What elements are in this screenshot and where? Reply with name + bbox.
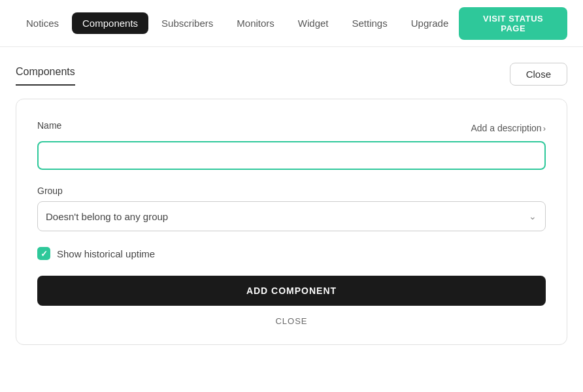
visit-status-button[interactable]: VISIT STATUS PAGE (459, 7, 567, 40)
checkbox-row: ✓ Show historical uptime (37, 247, 546, 260)
add-description-link[interactable]: Add a description › (471, 123, 546, 133)
group-section: Group Doesn't belong to any group ⌄ (37, 186, 546, 231)
group-select[interactable]: Doesn't belong to any group (37, 201, 546, 231)
checkbox-label: Show historical uptime (57, 248, 155, 259)
nav-item-monitors[interactable]: Monitors (226, 12, 285, 34)
form-card: Name Add a description › Group Doesn't b… (16, 99, 567, 345)
nav-items: Notices Components Subscribers Monitors … (16, 12, 459, 34)
chevron-right-icon: › (543, 123, 546, 133)
tab-header: Components Close (16, 63, 567, 86)
close-button[interactable]: Close (510, 63, 567, 86)
nav-item-widget[interactable]: Widget (288, 12, 339, 34)
nav-item-upgrade[interactable]: Upgrade (401, 12, 459, 34)
nav-item-settings[interactable]: Settings (342, 12, 398, 34)
page-content: Components Close Name Add a description … (0, 47, 583, 361)
group-select-wrapper: Doesn't belong to any group ⌄ (37, 201, 546, 231)
nav-item-subscribers[interactable]: Subscribers (151, 12, 224, 34)
show-historical-uptime-checkbox[interactable]: ✓ (37, 247, 50, 260)
name-label: Name (37, 120, 61, 131)
nav-item-components[interactable]: Components (72, 12, 148, 34)
tab-components[interactable]: Components (16, 66, 75, 86)
name-row: Name Add a description › (37, 120, 546, 136)
add-component-button[interactable]: ADD COMPONENT (37, 276, 546, 306)
group-label: Group (37, 186, 546, 196)
add-description-text: Add a description (471, 123, 541, 133)
top-navigation: Notices Components Subscribers Monitors … (0, 0, 583, 47)
name-input[interactable] (37, 141, 546, 170)
close-link[interactable]: CLOSE (37, 316, 546, 326)
checkmark-icon: ✓ (41, 249, 48, 259)
nav-item-notices[interactable]: Notices (16, 12, 69, 34)
